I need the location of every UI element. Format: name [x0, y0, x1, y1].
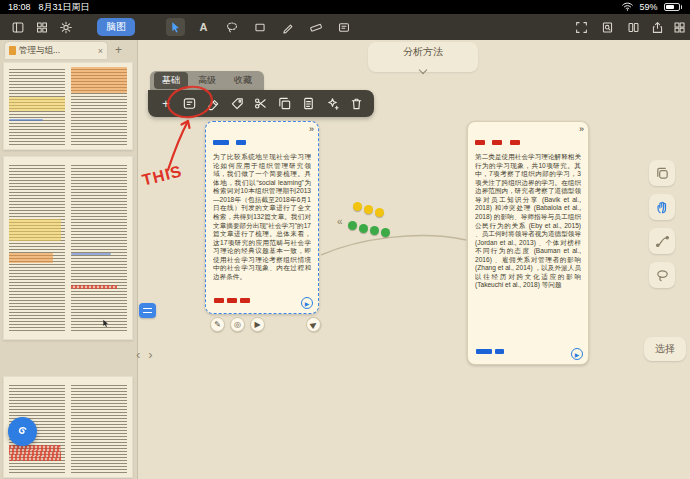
card-style-icon[interactable] — [649, 160, 675, 186]
red-excerpt-bar — [475, 140, 485, 145]
handwriting-mode-button[interactable] — [8, 417, 37, 446]
wifi-icon — [622, 2, 633, 13]
collapse-chevron-icon[interactable]: » — [579, 124, 584, 134]
search-doc-icon[interactable] — [598, 18, 617, 36]
main-toolbar: 脑图 A — [0, 14, 690, 40]
orange-highlight[interactable] — [9, 253, 53, 263]
card-text: 第二类是使用社会学习理论解释相关行为的学习现象，共10项研究。其中，7项考察了组… — [475, 153, 581, 290]
note-card[interactable]: » 第二类是使用社会学习理论解释相关行为的学习现象，共10项研究。其中，7项考察… — [467, 121, 589, 365]
green-dot-marker[interactable] — [348, 221, 357, 230]
brightness-icon[interactable] — [56, 18, 75, 36]
lasso-tool-icon[interactable] — [222, 18, 241, 36]
blue-underline[interactable] — [71, 253, 111, 255]
pen-tool-icon[interactable] — [278, 18, 297, 36]
pdf-page-thumbnail[interactable] — [3, 156, 133, 340]
yellow-dot-marker[interactable] — [364, 205, 373, 214]
annotation-text: THIS — [140, 162, 184, 189]
plus-icon[interactable]: + — [157, 95, 175, 113]
edit-card-button[interactable]: ✎ — [210, 317, 225, 332]
document-icon — [9, 46, 16, 55]
document-tab-title: 管理与组... — [19, 45, 95, 57]
blue-excerpt-bars — [476, 340, 507, 358]
page-navigation: ‹ › — [136, 346, 170, 362]
guillemet-marker: « — [337, 216, 343, 227]
document-panel: 管理与组... × + — [0, 40, 138, 479]
card-tool-icon[interactable] — [334, 18, 353, 36]
yellow-highlight[interactable] — [9, 219, 61, 241]
more-icon[interactable] — [670, 18, 689, 36]
yellow-dot-marker[interactable] — [375, 208, 384, 217]
ruler-tool-icon[interactable] — [306, 18, 325, 36]
red-underline[interactable] — [71, 285, 117, 289]
goto-source-button[interactable]: ▶ — [301, 297, 313, 309]
share-icon[interactable] — [648, 18, 667, 36]
add-tab-button[interactable]: + — [115, 43, 122, 57]
blue-underline[interactable] — [9, 119, 43, 121]
locate-card-button[interactable]: ▶ — [303, 314, 324, 335]
prev-page-icon[interactable]: ‹ — [136, 347, 140, 362]
brain-map-button[interactable]: 脑图 — [97, 18, 135, 36]
send-card-button[interactable]: ▶ — [250, 317, 265, 332]
connection-tool-icon[interactable] — [649, 228, 675, 254]
note-card-icon[interactable] — [181, 95, 199, 113]
app-screen: 18:08 8月31日周日 59% 脑图 A 管理与组... × — [0, 0, 690, 479]
magic-wand-icon[interactable] — [323, 95, 341, 113]
orange-highlight[interactable] — [71, 67, 127, 93]
card-toolbar: + — [148, 90, 374, 117]
copy-icon[interactable] — [276, 95, 294, 113]
next-page-icon[interactable]: › — [148, 347, 152, 362]
tag-icon[interactable] — [228, 95, 246, 113]
scissors-icon[interactable] — [252, 95, 270, 113]
green-dot-marker[interactable] — [359, 224, 368, 233]
text-column — [71, 385, 127, 473]
lasso-select-icon[interactable] — [649, 262, 675, 288]
battery-percent: 59% — [639, 2, 657, 12]
date: 8月31日周日 — [39, 1, 90, 14]
blue-excerpt-bar — [236, 140, 246, 145]
panel-drag-handle[interactable] — [139, 303, 156, 318]
sidebar-toggle-icon[interactable] — [8, 18, 27, 36]
status-bar: 18:08 8月31日周日 59% — [0, 0, 690, 14]
cursor-tool-icon[interactable] — [166, 18, 185, 36]
green-dot-marker[interactable] — [370, 226, 379, 235]
tab-favorites[interactable]: 收藏 — [226, 72, 260, 89]
shape-tool-icon[interactable] — [250, 18, 269, 36]
focus-card-button[interactable]: ◎ — [230, 317, 245, 332]
red-scribble-highlight[interactable] — [9, 445, 61, 461]
green-dot-marker[interactable] — [381, 228, 390, 237]
split-view-icon[interactable] — [624, 18, 643, 36]
blue-excerpt-bar — [213, 140, 229, 145]
group-title-chip[interactable]: 分析方法 — [368, 42, 478, 72]
card-text: 为了比较系统地呈现社会学习理论如何应用于组织管理研究领域，我们做了一个简要梳理。… — [213, 153, 311, 281]
pdf-page-thumbnail[interactable] — [3, 62, 133, 150]
yellow-highlight[interactable] — [9, 97, 65, 111]
hand-tool-icon[interactable] — [649, 194, 675, 220]
tab-basic[interactable]: 基础 — [154, 72, 188, 89]
select-button[interactable]: 选择 — [644, 337, 686, 361]
collapse-chevron-icon[interactable]: » — [309, 124, 314, 134]
red-excerpt-bar — [510, 140, 520, 145]
chevron-down-icon[interactable] — [419, 66, 427, 74]
tab-advanced[interactable]: 高级 — [190, 72, 224, 89]
red-excerpt-bars — [214, 289, 253, 307]
goto-source-button[interactable]: ▶ — [571, 348, 583, 360]
eraser-icon[interactable] — [204, 95, 222, 113]
close-tab-icon[interactable]: × — [98, 46, 103, 56]
text-column — [9, 165, 65, 333]
mouse-cursor — [101, 315, 110, 333]
note-card-selected[interactable]: » 为了比较系统地呈现社会学习理论如何应用于组织管理研究领域，我们做了一个简要梳… — [205, 121, 319, 314]
card-toolbar-tabs: 基础 高级 收藏 — [150, 71, 264, 90]
clock: 18:08 — [8, 2, 31, 12]
thumbnails-icon[interactable] — [32, 18, 51, 36]
fullscreen-icon[interactable] — [572, 18, 591, 36]
trash-icon[interactable] — [347, 95, 365, 113]
red-excerpt-bar — [492, 140, 502, 145]
battery-nub — [681, 5, 683, 9]
document-tab[interactable]: 管理与组... × — [5, 42, 107, 59]
text-column — [71, 165, 127, 333]
yellow-dot-marker[interactable] — [353, 202, 362, 211]
text-tool[interactable]: A — [194, 18, 213, 36]
battery-icon — [664, 3, 680, 11]
paste-icon[interactable] — [299, 95, 317, 113]
group-title: 分析方法 — [368, 45, 478, 59]
